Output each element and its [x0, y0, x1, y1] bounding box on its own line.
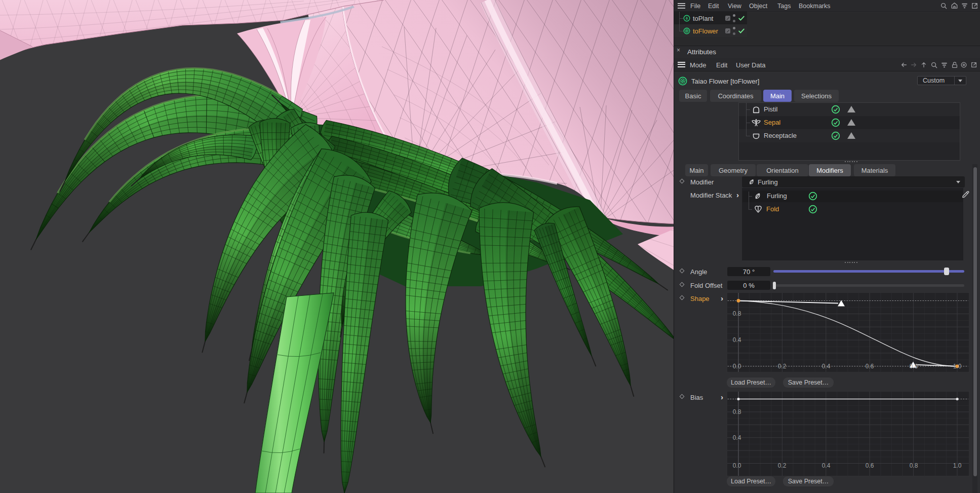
svg-text:0.2: 0.2 — [778, 363, 787, 370]
svg-text:1.0: 1.0 — [953, 363, 962, 370]
svg-text:1.0: 1.0 — [953, 462, 962, 469]
svg-text:0.6: 0.6 — [866, 363, 874, 370]
svg-text:0.2: 0.2 — [778, 462, 787, 469]
svg-text:0.4: 0.4 — [733, 336, 741, 344]
svg-text:0.8: 0.8 — [733, 408, 741, 415]
svg-text:0.6: 0.6 — [866, 462, 874, 469]
svg-text:0.0: 0.0 — [733, 462, 741, 469]
svg-text:0.8: 0.8 — [910, 462, 918, 469]
svg-text:0.8: 0.8 — [910, 363, 918, 370]
svg-text:0.4: 0.4 — [822, 462, 831, 469]
svg-text:0.4: 0.4 — [733, 434, 741, 441]
svg-text:0.0: 0.0 — [733, 363, 741, 370]
svg-text:0.8: 0.8 — [733, 310, 741, 317]
svg-text:0.4: 0.4 — [822, 363, 831, 370]
